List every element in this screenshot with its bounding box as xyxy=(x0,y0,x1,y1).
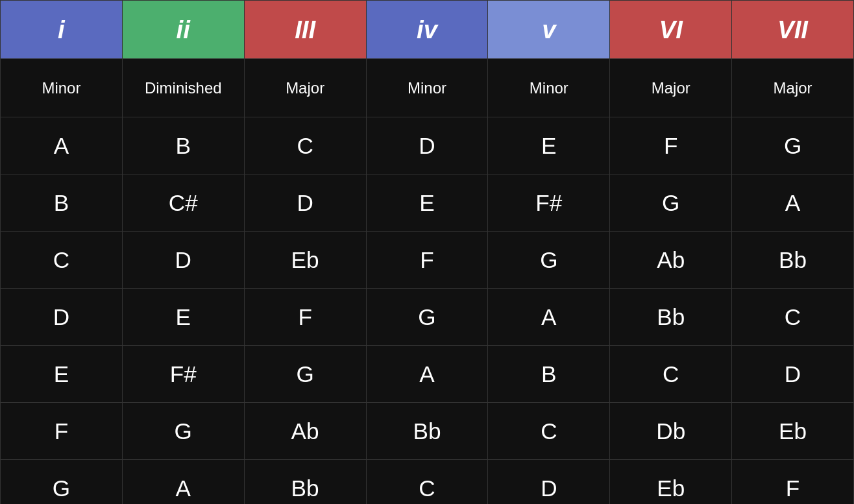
note-row0-col1: B xyxy=(123,117,245,174)
note-row4-col2: G xyxy=(245,346,367,403)
note-row5-col5: Db xyxy=(610,403,732,460)
music-theory-table: i ii III iv v VI VII Minor Diminished Ma… xyxy=(0,0,854,504)
note-row5-col4: C xyxy=(488,403,610,460)
quality-iv: Minor xyxy=(367,59,489,117)
quality-i: Minor xyxy=(1,59,123,117)
note-row2-col2: Eb xyxy=(245,232,367,289)
header-iv: iv xyxy=(367,1,489,59)
note-row6-col6: F xyxy=(732,460,854,504)
header-iii: III xyxy=(245,1,367,59)
note-row4-col0: E xyxy=(1,346,123,403)
note-row6-col4: D xyxy=(488,460,610,504)
note-row2-col3: F xyxy=(367,232,489,289)
note-row0-col5: F xyxy=(610,117,732,174)
note-row6-col0: G xyxy=(1,460,123,504)
note-row6-col3: C xyxy=(367,460,489,504)
note-row4-col5: C xyxy=(610,346,732,403)
note-row3-col1: E xyxy=(123,289,245,346)
header-vi: VI xyxy=(610,1,732,59)
quality-ii: Diminished xyxy=(123,59,245,117)
quality-iii: Major xyxy=(245,59,367,117)
note-row6-col1: A xyxy=(123,460,245,504)
note-row3-col6: C xyxy=(732,289,854,346)
note-row5-col0: F xyxy=(1,403,123,460)
note-row4-col6: D xyxy=(732,346,854,403)
note-row2-col6: Bb xyxy=(732,232,854,289)
note-row6-col5: Eb xyxy=(610,460,732,504)
note-row0-col2: C xyxy=(245,117,367,174)
header-vii: VII xyxy=(732,1,854,59)
note-row1-col6: A xyxy=(732,174,854,232)
note-row5-col1: G xyxy=(123,403,245,460)
note-row0-col3: D xyxy=(367,117,489,174)
quality-vii: Major xyxy=(732,59,854,117)
note-row0-col0: A xyxy=(1,117,123,174)
note-row1-col3: E xyxy=(367,174,489,232)
note-row1-col2: D xyxy=(245,174,367,232)
note-row3-col0: D xyxy=(1,289,123,346)
note-row0-col6: G xyxy=(732,117,854,174)
quality-vi: Major xyxy=(610,59,732,117)
note-row1-col4: F# xyxy=(488,174,610,232)
note-row3-col2: F xyxy=(245,289,367,346)
note-row2-col5: Ab xyxy=(610,232,732,289)
note-row3-col5: Bb xyxy=(610,289,732,346)
note-row5-col2: Ab xyxy=(245,403,367,460)
note-row0-col4: E xyxy=(488,117,610,174)
note-row4-col4: B xyxy=(488,346,610,403)
note-row5-col3: Bb xyxy=(367,403,489,460)
note-row3-col4: A xyxy=(488,289,610,346)
note-row3-col3: G xyxy=(367,289,489,346)
note-row4-col1: F# xyxy=(123,346,245,403)
note-row2-col4: G xyxy=(488,232,610,289)
header-i: i xyxy=(1,1,123,59)
note-row5-col6: Eb xyxy=(732,403,854,460)
header-ii: ii xyxy=(123,1,245,59)
note-row1-col1: C# xyxy=(123,174,245,232)
note-row2-col1: D xyxy=(123,232,245,289)
quality-v: Minor xyxy=(488,59,610,117)
header-v: v xyxy=(488,1,610,59)
grid: i ii III iv v VI VII Minor Diminished Ma… xyxy=(0,0,854,504)
note-row1-col0: B xyxy=(1,174,123,232)
note-row1-col5: G xyxy=(610,174,732,232)
note-row2-col0: C xyxy=(1,232,123,289)
note-row4-col3: A xyxy=(367,346,489,403)
note-row6-col2: Bb xyxy=(245,460,367,504)
